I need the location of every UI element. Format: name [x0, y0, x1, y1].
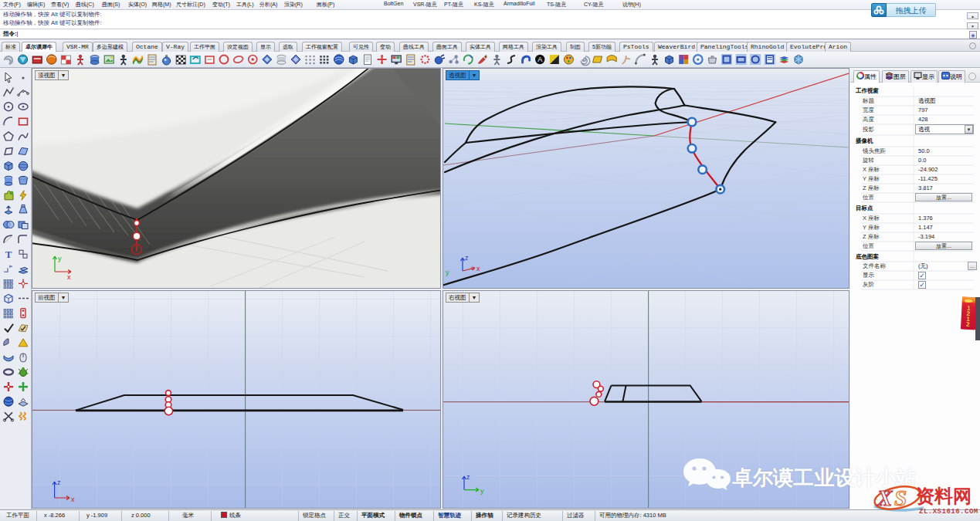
- svg-text:S: S: [894, 485, 907, 510]
- svg-text:资料网: 资料网: [916, 485, 972, 506]
- svg-text:X: X: [877, 485, 893, 510]
- svg-text:x: x: [476, 265, 480, 272]
- svg-text:x: x: [67, 273, 71, 281]
- svg-text:x: x: [71, 496, 75, 503]
- svg-text:z: z: [465, 254, 469, 262]
- svg-text:A: A: [537, 56, 542, 63]
- svg-text:z: z: [57, 479, 61, 486]
- svg-text:y: y: [58, 255, 62, 262]
- svg-text:y: y: [446, 269, 449, 276]
- svg-text:z: z: [466, 473, 470, 481]
- svg-text:ZL.XS1616.COM: ZL.XS1616.COM: [919, 508, 978, 516]
- svg-text:T: T: [5, 249, 12, 260]
- svg-text:y: y: [480, 487, 484, 495]
